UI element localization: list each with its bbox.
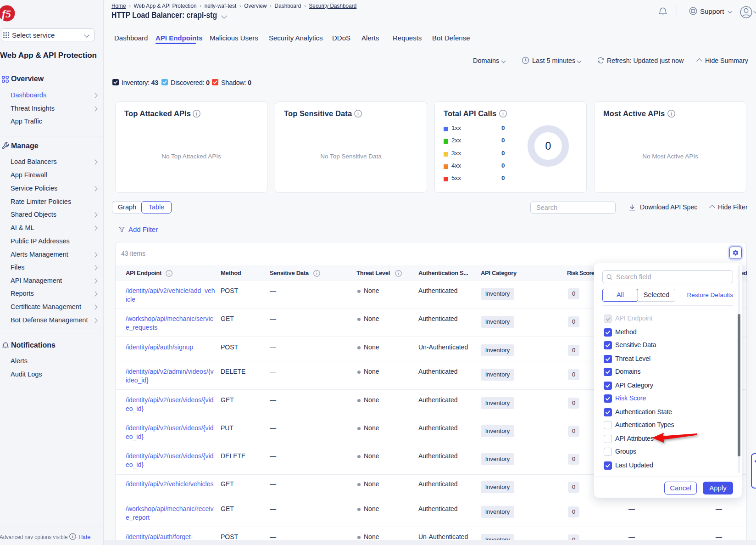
- svg-text:f5: f5: [2, 8, 11, 20]
